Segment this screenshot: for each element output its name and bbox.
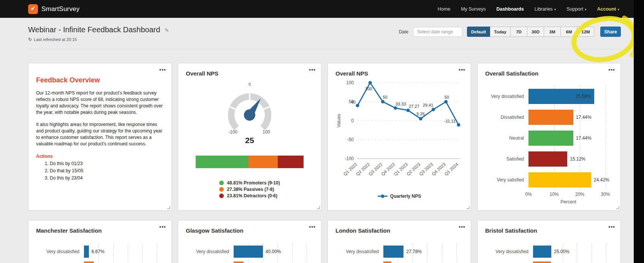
dashboard-grid: Feedback Overview Our 12-month NPS repor… <box>28 63 621 263</box>
widget-title: Bristol Satisfaction <box>485 227 613 234</box>
widget-menu-icon[interactable] <box>159 67 166 72</box>
widget-overall-nps-trend: Overall NPS 100500-50-100ValuesQ1 2022Q2… <box>328 63 471 211</box>
axis-title: Percent <box>485 199 613 205</box>
value-label: 6.67% <box>92 249 104 254</box>
widget-overall-nps-gauge: Overall NPS 0 -100 100 25 48.81% Promote… <box>178 63 321 211</box>
svg-text:Q1 2024: Q1 2024 <box>444 162 459 176</box>
share-button[interactable]: Share <box>600 27 621 37</box>
resize-handle[interactable] <box>467 206 470 209</box>
bar <box>533 246 551 258</box>
overview-paragraph: Our 12-month NPS report for our product'… <box>36 90 164 116</box>
axis-tick-label: 0% <box>525 192 532 197</box>
widget-menu-icon[interactable] <box>608 224 615 230</box>
range-button-30d[interactable]: 30D <box>527 27 544 37</box>
widget-menu-icon[interactable] <box>459 67 465 72</box>
overview-paragraphs: Our 12-month NPS report for our product'… <box>36 90 164 147</box>
bar <box>383 261 391 263</box>
widget-menu-icon[interactable] <box>459 224 465 230</box>
value-label: 25.58% <box>576 94 591 99</box>
widget-menu-icon[interactable] <box>159 224 166 230</box>
date-range-input[interactable] <box>413 27 462 37</box>
quarterly-nps-chart: 100500-50-100ValuesQ1 2022Q2 2022Q3 2022… <box>335 77 463 193</box>
svg-text:Q2 2023: Q2 2023 <box>406 162 421 176</box>
svg-text:-11.11: -11.11 <box>444 119 456 123</box>
svg-text:0: 0 <box>351 118 354 123</box>
svg-text:0: 0 <box>248 82 251 87</box>
nav-item-account[interactable]: Account▾ <box>597 6 619 12</box>
nav-item-support[interactable]: Support▾ <box>566 6 586 12</box>
nps-distribution-bar <box>196 156 304 168</box>
widget-menu-icon[interactable] <box>309 224 316 230</box>
widget-feedback-overview: Feedback Overview Our 12-month NPS repor… <box>28 63 172 211</box>
legend-dot-icon <box>219 181 224 185</box>
bar <box>84 261 94 263</box>
resize-handle[interactable] <box>317 206 320 209</box>
svg-text:5.26: 5.26 <box>417 112 425 116</box>
smartsurvey-check-icon <box>28 4 38 14</box>
category-label: Very dissatisfied <box>36 249 79 254</box>
range-button-7d[interactable]: 7D <box>511 27 527 37</box>
widget-title: Glasgow Satisfaction <box>186 227 313 234</box>
range-button-default[interactable]: Default <box>467 27 490 37</box>
resize-handle[interactable] <box>616 206 619 209</box>
nav-item-libraries[interactable]: Libraries▾ <box>535 6 556 12</box>
bar-row: Very satisfied24.42% <box>485 169 613 190</box>
svg-text:33.33: 33.33 <box>396 102 406 106</box>
bar <box>84 246 89 258</box>
smartsurvey-logo[interactable]: SmartSurvey <box>28 4 79 14</box>
value-label: 15.12% <box>570 156 585 162</box>
svg-text:40: 40 <box>351 100 356 104</box>
widget-london-satisfaction: London Satisfaction Very dissatisfied27.… <box>328 220 471 263</box>
svg-text:Q4 2023: Q4 2023 <box>431 162 446 176</box>
value-label: 17.44% <box>576 115 592 120</box>
legend-dot-icon <box>219 194 224 198</box>
widget-glasgow-satisfaction: Glasgow Satisfaction Very dissatisfied40… <box>178 220 321 263</box>
resize-handle[interactable] <box>167 206 170 209</box>
range-button-today[interactable]: Today <box>490 27 511 37</box>
svg-text:50: 50 <box>383 95 387 99</box>
bar <box>528 131 573 146</box>
range-button-3m[interactable]: 3M <box>544 27 561 37</box>
chevron-down-icon: ▾ <box>585 8 587 11</box>
svg-text:Q1 2023: Q1 2023 <box>393 162 409 176</box>
legend-label: 48.81% Promoters (9-10) <box>227 180 280 186</box>
svg-text:27.27: 27.27 <box>409 104 419 109</box>
nav-item-my-surveys[interactable]: My Surveys <box>461 6 486 12</box>
legend-row: 27.38% Passives (7-8) <box>219 187 280 192</box>
svg-text:Values: Values <box>336 114 342 128</box>
bar-row: Very dissatisfied25.00% <box>485 244 613 260</box>
bar-row: Satisfied15.12% <box>485 148 613 169</box>
legend-line-marker-icon <box>378 194 388 198</box>
last-refreshed-text: Last refreshed at 20:15 <box>34 37 77 42</box>
bar-row: Very dissatisfied27.78% <box>335 244 463 260</box>
category-label: Very dissatisfied <box>485 94 524 99</box>
bar <box>533 261 551 263</box>
chevron-down-icon: ▾ <box>617 8 619 11</box>
svg-text:Q4 2022: Q4 2022 <box>380 162 396 176</box>
widget-menu-icon[interactable] <box>608 67 615 72</box>
nps-stack-segment <box>196 156 248 168</box>
nav-item-home[interactable]: Home <box>438 6 450 12</box>
svg-text:100: 100 <box>263 129 270 135</box>
widget-menu-icon[interactable] <box>309 67 316 72</box>
widget-title: Overall NPS <box>186 70 313 77</box>
svg-text:-100: -100 <box>345 156 354 161</box>
range-button-6m[interactable]: 6M <box>561 27 578 37</box>
bar-row <box>186 260 313 263</box>
svg-text:-100: -100 <box>228 129 237 135</box>
date-range-button-group: DefaultToday7D30D3M6M12M <box>467 27 594 37</box>
widget-title: London Satisfaction <box>335 227 463 234</box>
range-button-12m[interactable]: 12M <box>578 27 594 37</box>
edit-title-icon[interactable] <box>165 27 169 33</box>
axis-tick-label: 30% <box>601 192 610 197</box>
category-label: Very dissatisfied <box>186 249 229 254</box>
chevron-down-icon: ▾ <box>554 8 556 11</box>
bar-row: Very dissatisfied6.67% <box>36 244 164 260</box>
bar-row <box>36 260 164 263</box>
widget-manchester-satisfaction: Manchester Satisfaction Very dissatisfie… <box>28 220 172 263</box>
widget-title: Overall Satisfaction <box>485 70 613 77</box>
nav-item-dashboards[interactable]: Dashboards <box>496 6 524 12</box>
bar <box>528 172 591 187</box>
svg-text:Q2 2022: Q2 2022 <box>355 162 371 176</box>
refresh-icon[interactable] <box>28 37 32 42</box>
